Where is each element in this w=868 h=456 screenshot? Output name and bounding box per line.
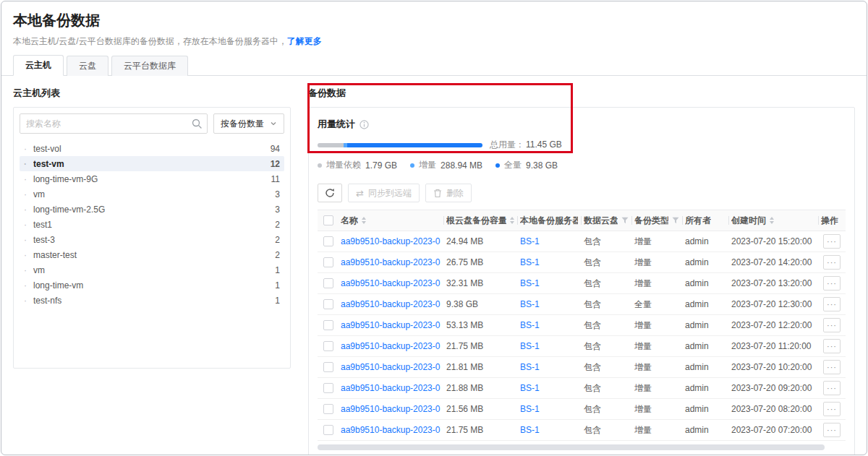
row-actions-button[interactable]: ···	[823, 381, 841, 395]
column-header-label: 操作	[821, 215, 838, 227]
tab-volume[interactable]: 云盘	[67, 56, 109, 76]
backup-owner: admin	[682, 425, 728, 435]
row-checkbox[interactable]	[323, 299, 333, 309]
backup-count-badge: 3	[275, 189, 280, 199]
backup-name-link[interactable]: aa9b9510-backup-2023-07-...	[341, 404, 441, 414]
learn-more-link[interactable]: 了解更多	[287, 36, 322, 46]
column-header-size[interactable]: 根云盘备份容量	[443, 210, 517, 231]
column-header-type[interactable]: 备份类型	[631, 210, 682, 231]
delete-button[interactable]: 删除	[425, 184, 472, 202]
sort-dropdown-value: 按备份数量	[221, 118, 264, 130]
column-header-created[interactable]: 创建时间	[728, 210, 818, 231]
backup-type: 增量	[631, 382, 682, 395]
row-checkbox[interactable]	[323, 320, 333, 330]
backup-count-badge: 11	[271, 174, 280, 184]
vm-list-item[interactable]: · test-vm 12	[20, 156, 284, 171]
backup-size: 53.13 MB	[443, 320, 517, 330]
sync-to-remote-button[interactable]: ⇄ 同步到远端	[348, 184, 420, 202]
backup-type: 增量	[631, 257, 682, 269]
row-checkbox[interactable]	[323, 362, 333, 372]
row-checkbox[interactable]	[323, 383, 333, 393]
vm-list-item[interactable]: · test-3 2	[20, 232, 284, 247]
vm-name: test-vol	[33, 144, 271, 154]
scrollbar-thumb[interactable]	[318, 444, 825, 450]
vm-list-item[interactable]: · test1 2	[20, 217, 284, 232]
info-icon[interactable]	[359, 120, 369, 129]
row-actions-button[interactable]: ···	[823, 255, 841, 270]
row-actions-button[interactable]: ···	[823, 339, 841, 353]
backup-name-link[interactable]: aa9b9510-backup-2023-07-...	[341, 320, 441, 330]
backup-server-link[interactable]: BS-1	[520, 299, 540, 309]
backup-size: 24.94 MB	[443, 236, 517, 246]
vm-list-item[interactable]: · vm 3	[20, 186, 284, 202]
vm-list-item[interactable]: · master-test 2	[20, 247, 284, 262]
column-header-label: 所有者	[685, 215, 711, 227]
filter-icon[interactable]	[621, 217, 629, 224]
backup-owner: admin	[682, 299, 728, 309]
backup-server-link[interactable]: BS-1	[520, 236, 540, 246]
vm-list-item[interactable]: · vm 1	[20, 262, 284, 278]
refresh-button[interactable]	[318, 184, 342, 202]
backup-name-link[interactable]: aa9b9510-backup-2023-07-...	[341, 383, 441, 393]
row-actions-button[interactable]: ···	[823, 297, 841, 311]
usage-bar-row: 总用量：11.45 GB	[318, 139, 846, 151]
row-actions-button[interactable]: ···	[823, 318, 841, 332]
backup-server-link[interactable]: BS-1	[520, 362, 540, 372]
search-box	[20, 113, 208, 134]
tab-vm[interactable]: 云主机	[13, 55, 64, 76]
sort-icon[interactable]	[770, 217, 774, 224]
vm-list-panel: 按备份数量 · test-vol 94 · test-vm 12 · long-…	[13, 107, 291, 369]
backup-data-disk: 包含	[581, 403, 631, 416]
sort-dropdown[interactable]: 按备份数量	[213, 113, 284, 134]
vm-list-toolbar: 按备份数量	[20, 113, 284, 134]
legend-dot-icon	[318, 163, 322, 168]
column-header-data_disk[interactable]: 数据云盘	[581, 210, 631, 231]
backup-server-link[interactable]: BS-1	[520, 320, 540, 330]
backup-count-badge: 1	[275, 280, 280, 291]
column-header-name[interactable]: 名称	[338, 210, 443, 231]
backup-name-link[interactable]: aa9b9510-backup-2023-07-...	[341, 362, 441, 372]
backup-data-disk: 包含	[581, 424, 631, 436]
backup-name-link[interactable]: aa9b9510-backup-2023-07-...	[341, 341, 441, 351]
tab-database[interactable]: 云平台数据库	[111, 56, 188, 76]
backup-server-link[interactable]: BS-1	[520, 257, 540, 267]
row-actions-button[interactable]: ···	[823, 276, 841, 291]
column-header-label: 根云盘备份容量	[446, 215, 506, 227]
sort-icon[interactable]	[510, 217, 514, 224]
backup-server-link[interactable]: BS-1	[520, 341, 540, 351]
vm-list-item[interactable]: · test-vol 94	[20, 141, 284, 156]
page-title: 本地备份数据	[13, 11, 855, 30]
vm-name: test-3	[33, 235, 275, 245]
vm-list-item[interactable]: · long-time-vm 1	[20, 278, 284, 293]
row-checkbox[interactable]	[323, 404, 333, 414]
usage-total-value: 11.45 GB	[526, 139, 562, 150]
bullet-icon: ·	[24, 280, 33, 291]
backup-server-link[interactable]: BS-1	[520, 383, 540, 393]
backup-data-disk: 包含	[581, 361, 631, 374]
sort-icon[interactable]	[362, 217, 366, 224]
backup-name-link[interactable]: aa9b9510-backup-2023-07-...	[341, 425, 441, 435]
backup-name-link[interactable]: aa9b9510-backup-2023-07-...	[341, 257, 441, 267]
row-actions-button[interactable]: ···	[823, 402, 841, 416]
backup-server-link[interactable]: BS-1	[520, 278, 540, 288]
backup-server-link[interactable]: BS-1	[520, 404, 540, 414]
row-actions-button[interactable]: ···	[823, 234, 841, 249]
vm-list-item[interactable]: · test-nfs 1	[20, 293, 284, 308]
row-checkbox[interactable]	[323, 341, 333, 351]
backup-name-link[interactable]: aa9b9510-backup-2023-07-...	[341, 236, 441, 246]
row-checkbox[interactable]	[323, 425, 333, 435]
row-checkbox[interactable]	[323, 236, 333, 246]
backup-server-link[interactable]: BS-1	[520, 425, 540, 435]
search-input[interactable]	[20, 113, 208, 134]
backup-count-badge: 3	[275, 205, 280, 215]
filter-icon[interactable]	[672, 217, 679, 224]
vm-list-item[interactable]: · long-time-vm-2.5G 3	[20, 202, 284, 217]
row-actions-button[interactable]: ···	[823, 360, 841, 374]
row-checkbox[interactable]	[323, 257, 333, 267]
row-actions-button[interactable]: ···	[823, 423, 841, 437]
backup-name-link[interactable]: aa9b9510-backup-2023-07-...	[341, 278, 441, 288]
row-checkbox[interactable]	[323, 278, 333, 288]
select-all-checkbox[interactable]	[323, 215, 333, 225]
backup-name-link[interactable]: aa9b9510-backup-2023-07-...	[341, 299, 441, 309]
vm-list-item[interactable]: · long-time-vm-9G 11	[20, 171, 284, 186]
